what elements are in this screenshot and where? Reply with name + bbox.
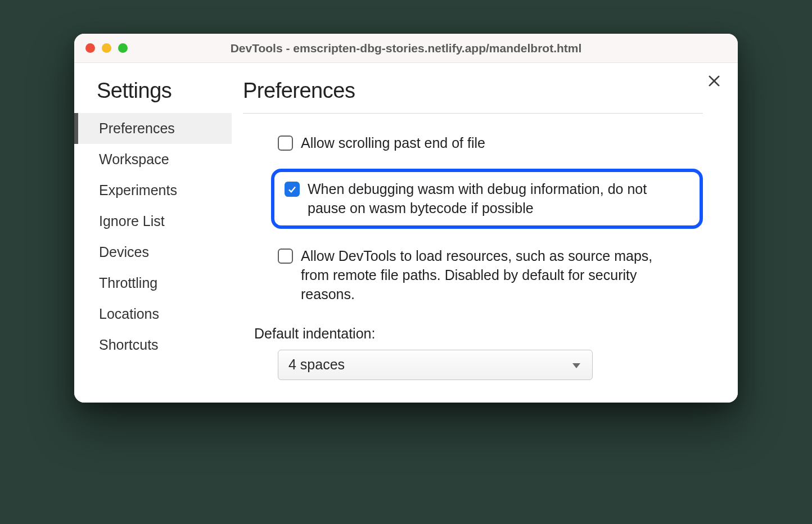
sidebar-item-label: Devices xyxy=(99,244,149,260)
titlebar: DevTools - emscripten-dbg-stories.netlif… xyxy=(74,34,738,63)
divider xyxy=(243,113,703,114)
sidebar-item-devices[interactable]: Devices xyxy=(74,237,232,268)
window-title: DevTools - emscripten-dbg-stories.netlif… xyxy=(74,42,738,55)
sidebar-item-label: Locations xyxy=(99,306,159,322)
sidebar-item-locations[interactable]: Locations xyxy=(74,299,232,329)
preference-checkbox-row: Allow scrolling past end of file xyxy=(271,129,703,157)
chevron-down-icon xyxy=(571,356,582,373)
checkbox-label: Allow scrolling past end of file xyxy=(301,134,485,153)
checkbox-label: Allow DevTools to load resources, such a… xyxy=(301,247,661,304)
sidebar-title: Settings xyxy=(74,79,232,113)
preference-checkbox-row: Allow DevTools to load resources, such a… xyxy=(271,242,703,308)
sidebar-item-throttling[interactable]: Throttling xyxy=(74,268,232,299)
sidebar-item-label: Workspace xyxy=(99,151,169,167)
checkbox[interactable] xyxy=(285,182,300,197)
svg-marker-2 xyxy=(572,363,580,368)
sidebar-item-label: Throttling xyxy=(99,275,157,291)
sidebar-item-label: Experiments xyxy=(99,182,177,198)
page-title: Preferences xyxy=(243,79,703,103)
indentation-value: 4 spaces xyxy=(288,356,345,373)
sidebar-item-preferences[interactable]: Preferences xyxy=(74,113,232,144)
checkbox-label: When debugging wasm with debug informati… xyxy=(308,180,667,218)
sidebar-nav: PreferencesWorkspaceExperimentsIgnore Li… xyxy=(74,113,232,360)
window: DevTools - emscripten-dbg-stories.netlif… xyxy=(74,34,738,403)
sidebar-item-label: Ignore List xyxy=(99,213,165,229)
traffic-lights xyxy=(85,43,128,53)
sidebar-item-label: Preferences xyxy=(99,120,175,136)
close-window-button[interactable] xyxy=(85,43,95,53)
sidebar-item-shortcuts[interactable]: Shortcuts xyxy=(74,329,232,360)
indentation-select[interactable]: 4 spaces xyxy=(278,350,593,380)
sidebar-item-experiments[interactable]: Experiments xyxy=(74,175,232,206)
content: Preferences Allow scrolling past end of … xyxy=(232,63,738,403)
sidebar-item-workspace[interactable]: Workspace xyxy=(74,144,232,175)
sidebar-item-label: Shortcuts xyxy=(99,337,159,353)
maximize-window-button[interactable] xyxy=(118,43,128,53)
minimize-window-button[interactable] xyxy=(102,43,111,53)
preference-checkbox-row: When debugging wasm with debug informati… xyxy=(271,169,703,229)
sidebar-item-ignore-list[interactable]: Ignore List xyxy=(74,206,232,237)
checkbox[interactable] xyxy=(278,249,293,264)
close-icon[interactable] xyxy=(706,73,722,91)
window-body: Settings PreferencesWorkspaceExperiments… xyxy=(74,63,738,403)
indentation-label: Default indentation: xyxy=(254,326,703,342)
checkbox[interactable] xyxy=(278,135,293,151)
sidebar: Settings PreferencesWorkspaceExperiments… xyxy=(74,63,232,403)
